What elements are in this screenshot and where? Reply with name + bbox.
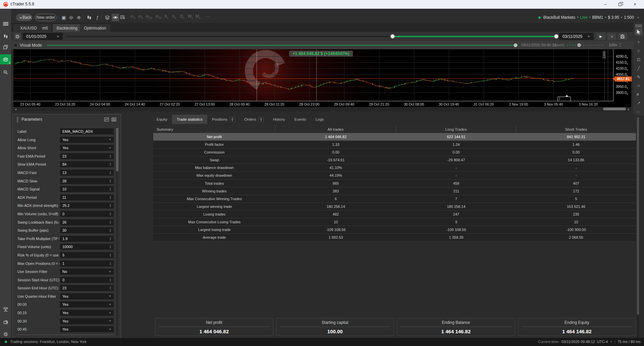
restore-button[interactable] <box>614 0 626 9</box>
visibility-icon[interactable] <box>112 14 119 21</box>
grid-view-icon[interactable] <box>111 117 117 122</box>
minimize-button[interactable]: – <box>600 0 611 9</box>
table-row[interactable]: Max balance drawdown41.10%-- <box>153 164 636 172</box>
parameter-input[interactable]: 25.2▲▼ <box>60 203 114 209</box>
parameter-select[interactable]: Yes▼ <box>60 137 114 143</box>
stepper-icon[interactable]: ▲▼ <box>109 154 111 158</box>
parameter-input[interactable]: 5▲▼ <box>60 252 114 258</box>
stepper-icon[interactable]: ▲▼ <box>109 171 111 175</box>
parameter-input[interactable]: 11▲▼ <box>60 194 114 200</box>
stepper-icon[interactable]: ▲▼ <box>109 212 111 216</box>
sidebar-item-wallet[interactable] <box>0 318 11 327</box>
tab-backtesting[interactable]: Backtesting <box>53 24 82 32</box>
table-row[interactable]: Swap-15 674.61-29 808.4714 133.86 <box>153 156 636 164</box>
table-row[interactable]: Max Consecutive Losing Trades10910 <box>153 218 636 226</box>
stepper-icon[interactable]: ▲▼ <box>109 179 111 183</box>
save-button[interactable] <box>618 33 627 40</box>
close-button[interactable]: × <box>629 0 641 9</box>
stepper-icon[interactable]: ▲▼ <box>109 228 111 232</box>
parameter-select[interactable]: Yes▼ <box>60 318 114 324</box>
speed-handle[interactable] <box>577 43 581 47</box>
timeframe-m15[interactable]: m15 <box>146 14 152 19</box>
timeframe-m30[interactable]: m30 <box>155 14 162 19</box>
sidebar-item-scanner[interactable] <box>0 68 11 77</box>
timeframe-D1[interactable]: D1 <box>180 14 184 19</box>
parameter-input[interactable]: 23▲▼ <box>60 153 114 159</box>
parameter-input[interactable]: 1.9▲▼ <box>60 236 114 242</box>
chart-scroll-thumb[interactable] <box>603 108 626 110</box>
tab-positions[interactable]: Positions0 <box>207 115 240 124</box>
zoom-in-icon[interactable]: ⊕ <box>75 14 83 21</box>
table-row[interactable]: Max equity drawdown44.19%-- <box>153 172 636 179</box>
start-date-select[interactable]: 01/01/2025▼ <box>23 33 63 40</box>
new-order-button[interactable]: New order <box>35 14 56 21</box>
table-row[interactable]: Largest winning trade180 258.14180 258.1… <box>153 203 636 211</box>
panel-grip[interactable] <box>17 117 18 122</box>
range-end-handle[interactable] <box>554 34 558 39</box>
stepper-icon[interactable]: ▲▼ <box>109 195 111 199</box>
parameter-input[interactable]: 28▲▼ <box>60 178 114 184</box>
table-row[interactable]: Commission0.000.000.00 <box>153 149 636 156</box>
chart-canvas[interactable] <box>13 49 613 101</box>
timeframe-m1[interactable]: m1 <box>130 14 135 19</box>
parameter-select[interactable]: No▼ <box>60 269 114 275</box>
chart-scrollbar[interactable]: ◂ ▸ <box>13 107 631 111</box>
tab-orders[interactable]: Orders0 <box>240 115 268 124</box>
scroll-thumb[interactable] <box>116 128 118 171</box>
tab-optimisation[interactable]: Optimisation <box>80 24 110 32</box>
table-row[interactable]: Profit factor1.331.241.46 <box>153 141 636 149</box>
menu-button[interactable] <box>0 19 11 28</box>
sidebar-item-algo[interactable]: 1 <box>0 54 11 64</box>
speed-slider[interactable] <box>567 45 604 46</box>
parameter-input[interactable]: EMA_MACD_ADX <box>60 128 114 134</box>
stepper-icon[interactable]: ▲▼ <box>109 204 111 208</box>
measure-icon[interactable]: ⊡ <box>635 56 642 63</box>
stop-button[interactable]: ■ <box>607 33 616 40</box>
stepper-icon[interactable]: ▲▼ <box>109 220 111 224</box>
timeframe-h4[interactable]: h4 <box>172 14 176 19</box>
stepper-icon[interactable]: ▲▼ <box>109 237 111 241</box>
tab-logs[interactable]: Logs <box>311 115 329 124</box>
zoom-out-icon[interactable]: ⊖ <box>67 14 75 21</box>
timeframe-h1[interactable]: h1 <box>165 14 168 19</box>
parameter-input[interactable]: 84▲▼ <box>60 161 114 167</box>
parameter-input[interactable]: 26▲▼ <box>60 219 114 225</box>
tab-symbol[interactable]: XAUUSD m5 <box>13 24 51 32</box>
sidebar-item-copy[interactable] <box>0 42 11 52</box>
timezone-select[interactable]: UTC-4 <box>597 340 608 344</box>
chart-marker[interactable] <box>557 97 571 101</box>
playback-handle[interactable] <box>514 43 518 47</box>
trend-line-icon[interactable]: ╱ <box>635 64 642 72</box>
brush-icon[interactable]: ≈ <box>635 82 642 89</box>
parameter-select[interactable]: Yes▼ <box>60 326 114 332</box>
range-start-handle[interactable] <box>390 34 395 39</box>
table-row[interactable]: Largest losing trade-109 108.56-109 108.… <box>153 226 636 234</box>
indicators-icon[interactable]: ƒ <box>94 14 101 21</box>
end-date-select[interactable]: 03/11/2025▼ <box>559 33 594 40</box>
timeframe-W1[interactable]: W1 <box>188 14 193 19</box>
parameter-input[interactable]: 10000▲▼ <box>60 244 114 250</box>
speed-stepper[interactable]: ▲▼ <box>619 42 621 48</box>
crosshair-icon[interactable]: + <box>635 38 642 46</box>
equidistant-icon[interactable]: ≢ <box>635 91 642 98</box>
more-icon[interactable]: ⋯ <box>635 108 642 115</box>
sidebar-item-deposit[interactable] <box>0 305 11 314</box>
account-selector[interactable]: BlackBull Markets•Live•BBM1•$ 3.95•1:500… <box>538 15 640 20</box>
target-icon[interactable]: ⊹ <box>635 47 642 54</box>
parameters-scrollbar[interactable] <box>116 127 118 336</box>
tab-trade-statistics[interactable]: Trade statistics <box>172 115 207 124</box>
parameter-input[interactable]: 23▲▼ <box>60 285 114 291</box>
tab-equity[interactable]: Equity <box>152 115 172 124</box>
play-button[interactable]: ▶ <box>596 33 605 40</box>
workspace-layout-icon[interactable]: ▣ <box>60 14 67 21</box>
pencil-icon[interactable]: ✎ <box>635 73 642 80</box>
table-row[interactable]: Losing trades482247235 <box>153 211 636 218</box>
more-timeframes-button[interactable]: ⋯ <box>206 14 210 19</box>
stepper-icon[interactable]: ▲▼ <box>109 278 111 282</box>
parameter-input[interactable]: 0▲▼ <box>60 277 114 283</box>
parameter-input[interactable]: 13▲▼ <box>60 170 114 176</box>
date-range-track[interactable] <box>65 36 402 37</box>
stepper-icon[interactable]: ▲▼ <box>109 286 111 290</box>
stepper-icon[interactable]: ▲▼ <box>109 253 111 257</box>
scroll-left-icon[interactable]: ◂ <box>15 107 16 111</box>
